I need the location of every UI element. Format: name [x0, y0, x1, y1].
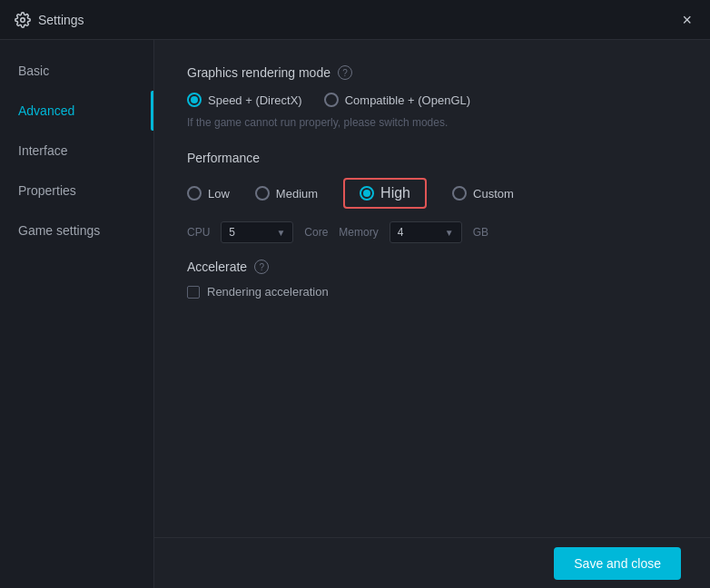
accelerate-section: Accelerate ? Rendering acceleration [187, 260, 677, 299]
sidebar-item-basic[interactable]: Basic [0, 51, 153, 91]
high-radio-inner [363, 190, 370, 197]
rendering-mode-options: Speed + (DirectX) Compatible + (OpenGL) [187, 93, 677, 107]
custom-option-label: Custom [473, 187, 514, 201]
close-button[interactable]: × [678, 8, 695, 32]
rendering-acceleration-checkbox[interactable] [187, 286, 200, 299]
cpu-memory-row: CPU 5 ▼ Core Memory 4 ▼ GB [187, 221, 677, 243]
sidebar-item-label: Advanced [18, 103, 74, 118]
low-option-label: Low [208, 187, 230, 201]
medium-radio-outer [255, 186, 270, 201]
speed-radio-outer [187, 93, 202, 107]
sidebar-item-properties[interactable]: Properties [0, 171, 153, 211]
custom-radio-outer [452, 186, 467, 201]
high-option-wrapper[interactable]: High [343, 178, 427, 209]
sidebar-item-game-settings[interactable]: Game settings [0, 211, 153, 250]
low-option[interactable]: Low [187, 186, 230, 201]
memory-label: Memory [339, 226, 378, 239]
memory-dropdown-arrow: ▼ [445, 228, 454, 238]
accelerate-title-text: Accelerate [187, 260, 247, 274]
medium-option-label: Medium [276, 187, 318, 201]
rendering-acceleration-label: Rendering acceleration [207, 285, 329, 299]
cpu-label: CPU [187, 226, 210, 239]
memory-dropdown[interactable]: 4 ▼ [390, 221, 462, 243]
graphics-rendering-section: Graphics rendering mode ? [187, 65, 677, 80]
sidebar-item-label: Game settings [18, 223, 100, 238]
core-label: Core [304, 226, 328, 239]
rendering-hint: If the game cannot run properly, please … [187, 116, 677, 129]
titlebar: Settings × [0, 0, 710, 40]
titlebar-left: Settings [15, 12, 84, 28]
performance-title: Performance [187, 151, 677, 165]
window-title: Settings [38, 13, 84, 27]
sidebar-item-label: Basic [18, 64, 49, 78]
content-area: Graphics rendering mode ? Speed + (Direc… [154, 40, 710, 588]
cpu-dropdown[interactable]: 5 ▼ [221, 221, 293, 243]
cpu-value: 5 [229, 226, 235, 239]
graphics-help-icon[interactable]: ? [338, 65, 352, 80]
speed-radio-inner [191, 96, 198, 103]
compatible-radio-outer [324, 93, 339, 107]
high-radio-outer [360, 186, 374, 201]
speed-option-label: Speed + (DirectX) [208, 93, 302, 107]
save-close-button[interactable]: Save and close [554, 547, 681, 580]
medium-option[interactable]: Medium [255, 186, 318, 201]
sidebar-item-interface[interactable]: Interface [0, 131, 153, 171]
settings-icon [15, 12, 31, 28]
performance-options: Low Medium High Custom [187, 178, 677, 209]
cpu-dropdown-arrow: ▼ [276, 228, 285, 238]
accelerate-title: Accelerate ? [187, 260, 677, 274]
footer: Save and close [154, 537, 710, 588]
speed-option[interactable]: Speed + (DirectX) [187, 93, 302, 107]
accelerate-help-icon[interactable]: ? [254, 260, 269, 274]
memory-value: 4 [398, 226, 404, 239]
graphics-rendering-title: Graphics rendering mode [187, 65, 330, 80]
sidebar-item-advanced[interactable]: Advanced [0, 91, 153, 131]
compatible-option-label: Compatible + (OpenGL) [345, 93, 470, 107]
main-layout: Basic Advanced Interface Properties Game… [0, 40, 710, 588]
sidebar-item-label: Properties [18, 183, 76, 198]
svg-point-0 [21, 17, 25, 22]
low-radio-outer [187, 186, 202, 201]
custom-option[interactable]: Custom [452, 186, 514, 201]
sidebar-item-label: Interface [18, 143, 67, 158]
rendering-acceleration-row[interactable]: Rendering acceleration [187, 285, 677, 299]
gb-label: GB [473, 226, 488, 239]
sidebar: Basic Advanced Interface Properties Game… [0, 40, 154, 588]
compatible-option[interactable]: Compatible + (OpenGL) [324, 93, 470, 107]
high-option-label: High [380, 185, 410, 201]
